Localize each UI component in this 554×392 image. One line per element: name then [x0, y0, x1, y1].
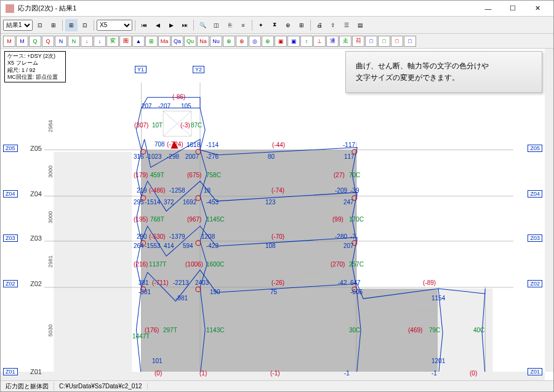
stress-value: -2213: [173, 279, 189, 286]
statusbar: 応力図と躯体図 C:¥UsrData¥Ss7Data¥c2_012: [1, 380, 553, 391]
frame-info-box: ケース: +DSY (2次) X5 フレーム 縮尺: 1 / 92 MC回位置:…: [4, 51, 66, 82]
tb2-btn-22[interactable]: ▣: [287, 36, 300, 47]
tb2-btn-23[interactable]: ↕: [300, 36, 313, 47]
maximize-button[interactable]: ☐: [502, 2, 524, 15]
result-select[interactable]: 結果1: [3, 20, 33, 31]
tb2-btn-20[interactable]: ⊕: [262, 36, 274, 47]
stress-value: 207: [343, 242, 354, 249]
tb2-btn-27[interactable]: 荷: [352, 36, 364, 47]
stress-value: -1: [344, 370, 350, 377]
tb2-btn-17[interactable]: ⊕: [223, 36, 235, 47]
search-icon[interactable]: 🔍: [196, 19, 209, 31]
tb2-btn-31[interactable]: □: [404, 36, 416, 47]
tb2-btn-18[interactable]: ⊕: [236, 36, 248, 47]
minimize-button[interactable]: —: [477, 2, 499, 15]
tb2-btn-24[interactable]: ⊥: [313, 36, 326, 47]
dim-2: 3000: [47, 166, 54, 178]
zoom-fit-icon[interactable]: ⊡: [34, 19, 46, 31]
tb2-btn-8[interactable]: 変: [106, 36, 119, 47]
tb2-btn-11[interactable]: ⊞: [145, 36, 158, 47]
stress-value: -7: [350, 233, 356, 240]
story-z03: Z03: [30, 234, 42, 242]
stress-value: (-711): [152, 279, 169, 286]
stress-value: 758C: [206, 172, 221, 178]
stress-value: (-86): [172, 94, 185, 100]
stress-value: -1514: [145, 199, 161, 206]
mode-icon[interactable]: ⊞: [65, 19, 78, 31]
scrollbar-vertical[interactable]: [545, 49, 553, 372]
tb2-btn-25[interactable]: 連: [326, 36, 339, 47]
tb2-btn-4[interactable]: N: [55, 36, 67, 47]
tb2-btn-12[interactable]: Ma: [158, 36, 171, 47]
prev-icon[interactable]: ◀: [151, 19, 164, 31]
legend-icon[interactable]: ≡: [237, 19, 249, 31]
stress-value: 381: [138, 279, 149, 286]
axis-l-z02: Z02: [3, 280, 18, 287]
next-icon[interactable]: ▶: [165, 19, 177, 31]
stress-value: 1143C: [206, 327, 224, 334]
axis-r-z03: Z03: [528, 234, 542, 242]
panxy-icon[interactable]: ⊕: [282, 19, 294, 31]
info-frame: X5 フレーム: [7, 60, 63, 66]
tb2-btn-19[interactable]: ◎: [249, 36, 261, 47]
first-icon[interactable]: ⏮: [138, 19, 150, 31]
tb2-btn-13[interactable]: Qa: [171, 36, 183, 47]
stress-value: 1145C: [206, 216, 224, 223]
stress-value: (-70): [271, 233, 284, 240]
tb2-btn-10[interactable]: ▲: [132, 36, 145, 47]
toggle-a-icon[interactable]: ⊞: [47, 19, 60, 31]
copy-icon[interactable]: ⎘: [223, 19, 236, 31]
tb2-btn-9[interactable]: 圏: [119, 36, 132, 47]
tb2-btn-15[interactable]: Na: [197, 36, 209, 47]
window-title: 応力図(2次) - 結果1: [18, 4, 477, 13]
tb2-btn-6[interactable]: ↓: [81, 36, 93, 47]
axis-r-z04: Z04: [528, 190, 542, 198]
tb2-btn-26[interactable]: 走: [339, 36, 351, 47]
axis-top-y1: Y1: [135, 66, 147, 73]
mode2-icon[interactable]: ⊡: [79, 19, 91, 31]
tooltip-line2: 文字サイズの変更ができます。: [356, 73, 459, 82]
layers-icon[interactable]: ☰: [340, 19, 353, 31]
toolbar-main: 結果1 ⊡ ⊞ ⊞ ⊡ X5 ⏮ ◀ ▶ ⏭ 🔍 ◫ ⎘ ≡ ✦ ⧗ ⊕ ⊞ 🖨…: [1, 17, 553, 34]
export-icon[interactable]: ⇪: [327, 19, 339, 31]
tb2-btn-3[interactable]: Q: [42, 36, 54, 47]
tb2-btn-29[interactable]: □: [378, 36, 390, 47]
stress-value: (-74): [271, 187, 284, 194]
axis-r-z02: Z02: [528, 280, 542, 287]
settings-icon[interactable]: ▤: [354, 19, 366, 31]
stress-value: -276: [206, 153, 219, 160]
tb2-btn-28[interactable]: □: [365, 36, 377, 47]
grid-icon[interactable]: ⊞: [295, 19, 308, 31]
triax-icon[interactable]: ⧗: [268, 19, 281, 31]
titlebar: 応力図(2次) - 結果1 — ☐ ✕: [1, 1, 553, 17]
tb2-btn-1[interactable]: M: [16, 36, 28, 47]
story-z04: Z04: [30, 190, 42, 198]
stress-value: 459T: [150, 172, 164, 178]
stress-value: 1447T: [132, 333, 150, 340]
3d-icon[interactable]: ◫: [210, 19, 222, 31]
dim-4: 2981: [47, 255, 54, 268]
axis-icon[interactable]: ✦: [255, 19, 267, 31]
tb2-btn-7[interactable]: ↓: [94, 36, 106, 47]
tb2-btn-16[interactable]: Nu: [210, 36, 222, 47]
frame-select[interactable]: X5: [97, 20, 132, 31]
tb2-btn-21[interactable]: ▣: [275, 36, 287, 47]
tb2-btn-0[interactable]: M: [3, 36, 15, 47]
tooltip-line1: 曲げ、せん断、軸力等の文字の色分けや: [356, 62, 489, 70]
last-icon[interactable]: ⏭: [179, 19, 191, 31]
print-icon[interactable]: 🖨: [313, 19, 326, 31]
tb2-btn-5[interactable]: N: [68, 36, 80, 47]
stress-value: (-486): [149, 187, 166, 194]
stress-value: (99): [332, 216, 343, 223]
tb2-btn-2[interactable]: Q: [29, 36, 41, 47]
tb2-btn-30[interactable]: □: [391, 36, 403, 47]
axis-l-z01: Z01: [3, 368, 18, 375]
stress-value: 1618: [187, 142, 200, 148]
stress-value: (216): [134, 261, 148, 268]
axis-r-z05: Z05: [528, 145, 542, 152]
stress-value: 79C: [429, 327, 440, 334]
stress-value: 105: [181, 103, 191, 110]
stress-value: -298: [167, 153, 179, 160]
close-button[interactable]: ✕: [526, 2, 548, 15]
tb2-btn-14[interactable]: Qu: [184, 36, 196, 47]
